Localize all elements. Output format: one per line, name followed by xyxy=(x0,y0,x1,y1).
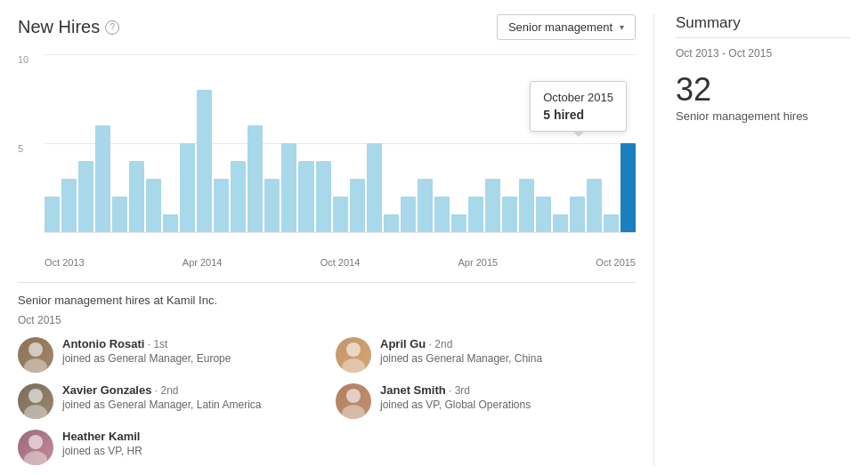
tooltip-arrow-inner xyxy=(574,138,583,142)
x-label-apr2014: Apr 2014 xyxy=(183,257,223,268)
x-label-oct2015: Oct 2015 xyxy=(596,257,636,268)
chart-bar[interactable] xyxy=(112,197,127,232)
hire-rank: · 2nd xyxy=(151,384,178,397)
chart-bar[interactable] xyxy=(367,143,382,232)
avatar xyxy=(18,383,53,419)
chart-bar[interactable] xyxy=(621,143,636,232)
chart-bar[interactable] xyxy=(418,179,433,232)
tooltip-date: October 2015 xyxy=(543,91,613,104)
summary-divider xyxy=(676,37,850,38)
chart-bar[interactable] xyxy=(180,143,195,232)
hire-item: April Gu · 2ndjoined as General Manager,… xyxy=(336,337,636,373)
hire-role: joined as General Manager, Latin America xyxy=(62,399,261,411)
tooltip-arrow xyxy=(573,132,584,137)
chart-bar[interactable] xyxy=(78,161,93,232)
hires-period: Oct 2015 xyxy=(18,314,636,326)
avatar xyxy=(336,337,371,373)
hire-info: Antonio Rosati · 1stjoined as General Ma… xyxy=(62,337,231,365)
chart-bar[interactable] xyxy=(264,179,280,232)
hires-section: Senior management hires at Kamil Inc. Oc… xyxy=(18,282,636,465)
svg-point-7 xyxy=(342,405,365,419)
chart-bar[interactable] xyxy=(553,214,568,232)
x-label-oct2013: Oct 2013 xyxy=(45,257,85,268)
chart-bar[interactable] xyxy=(214,179,229,232)
left-panel: New Hires ? Senior management ▾ 10 5 xyxy=(18,14,654,465)
chart-bar[interactable] xyxy=(247,125,263,232)
hire-role: joined as General Manager, Europe xyxy=(62,352,231,365)
chart-bar[interactable] xyxy=(45,197,60,232)
chart-area[interactable]: October 2015 5 hired xyxy=(45,54,636,232)
filter-dropdown[interactable]: Senior management ▾ xyxy=(497,14,636,40)
hire-name-line: April Gu · 2nd xyxy=(380,337,542,350)
x-label-oct2014: Oct 2014 xyxy=(320,257,361,268)
hire-name: Xavier Gonzales xyxy=(62,383,151,397)
chart-bar[interactable] xyxy=(129,161,144,232)
chart-bar[interactable] xyxy=(587,179,602,232)
hire-name-line: Heather Kamil xyxy=(62,430,142,443)
chart-bar[interactable] xyxy=(316,161,331,232)
chart-y-labels: 10 5 xyxy=(18,54,43,232)
x-label-apr2015: Apr 2015 xyxy=(458,257,499,268)
chart-bar[interactable] xyxy=(604,214,619,232)
hire-rank: · 3rd xyxy=(446,384,470,397)
chart-bar[interactable] xyxy=(485,179,500,232)
hire-info: Heather Kamiljoined as VP, HR xyxy=(62,430,142,457)
chart-bar[interactable] xyxy=(384,214,399,232)
chart-bar[interactable] xyxy=(570,197,585,232)
chart-bar[interactable] xyxy=(95,125,110,232)
chart-bar[interactable] xyxy=(61,179,77,232)
chart-bar[interactable] xyxy=(451,214,466,232)
hire-item: Xavier Gonzales · 2ndjoined as General M… xyxy=(18,383,318,419)
hire-item: Janet Smith · 3rdjoined as VP, Global Op… xyxy=(336,383,636,419)
hire-name: Heather Kamil xyxy=(62,430,140,443)
hire-role: joined as VP, Global Operations xyxy=(380,399,531,411)
avatar xyxy=(18,430,53,465)
main-container: New Hires ? Senior management ▾ 10 5 xyxy=(0,0,868,475)
chart-bar[interactable] xyxy=(350,179,365,232)
chart-tooltip: October 2015 5 hired xyxy=(530,81,627,132)
chart-bar[interactable] xyxy=(231,161,246,232)
y-label-5: 5 xyxy=(18,143,43,154)
chevron-down-icon: ▾ xyxy=(620,22,624,32)
chart-container: 10 5 October 2015 5 hired xyxy=(18,54,636,250)
hire-name-line: Antonio Rosati · 1st xyxy=(62,337,231,350)
chart-bar[interactable] xyxy=(519,179,534,232)
svg-point-0 xyxy=(28,342,43,357)
hire-info: Janet Smith · 3rdjoined as VP, Global Op… xyxy=(380,383,531,411)
chart-bar[interactable] xyxy=(298,161,313,232)
svg-point-4 xyxy=(28,389,43,403)
hire-name: Janet Smith xyxy=(380,383,446,397)
help-icon[interactable]: ? xyxy=(105,20,119,35)
title-group: New Hires ? xyxy=(18,17,119,37)
summary-title: Summary xyxy=(676,14,850,32)
avatar xyxy=(336,383,371,419)
tooltip-value: 5 hired xyxy=(543,108,613,122)
summary-period: Oct 2013 - Oct 2015 xyxy=(676,47,850,60)
chart-bar[interactable] xyxy=(281,143,296,232)
hire-role: joined as VP, HR xyxy=(62,445,142,457)
x-labels: Oct 2013 Apr 2014 Oct 2014 Apr 2015 Oct … xyxy=(18,257,636,268)
summary-desc: Senior management hires xyxy=(676,109,850,123)
hire-role: joined as General Manager, China xyxy=(380,352,542,365)
hire-rank: · 1st xyxy=(144,338,167,350)
tooltip-label: hired xyxy=(554,108,584,122)
hire-item: Heather Kamiljoined as VP, HR xyxy=(18,430,318,465)
header: New Hires ? Senior management ▾ xyxy=(18,14,636,40)
svg-point-5 xyxy=(24,405,47,419)
chart-bar[interactable] xyxy=(197,90,212,232)
chart-bar[interactable] xyxy=(333,197,348,232)
page-title: New Hires xyxy=(18,17,100,37)
chart-bar[interactable] xyxy=(468,197,483,232)
hire-rank: · 2nd xyxy=(426,338,452,350)
chart-bar[interactable] xyxy=(502,197,517,232)
hire-info: Xavier Gonzales · 2ndjoined as General M… xyxy=(62,383,261,411)
svg-point-2 xyxy=(346,342,361,357)
y-label-10: 10 xyxy=(18,54,43,65)
chart-bar[interactable] xyxy=(146,179,161,232)
chart-bar[interactable] xyxy=(163,214,178,232)
chart-bar[interactable] xyxy=(434,197,450,232)
hires-title: Senior management hires at Kamil Inc. xyxy=(18,294,636,307)
hires-grid: Antonio Rosati · 1stjoined as General Ma… xyxy=(18,337,636,465)
chart-bar[interactable] xyxy=(401,197,416,232)
chart-bar[interactable] xyxy=(536,197,551,232)
